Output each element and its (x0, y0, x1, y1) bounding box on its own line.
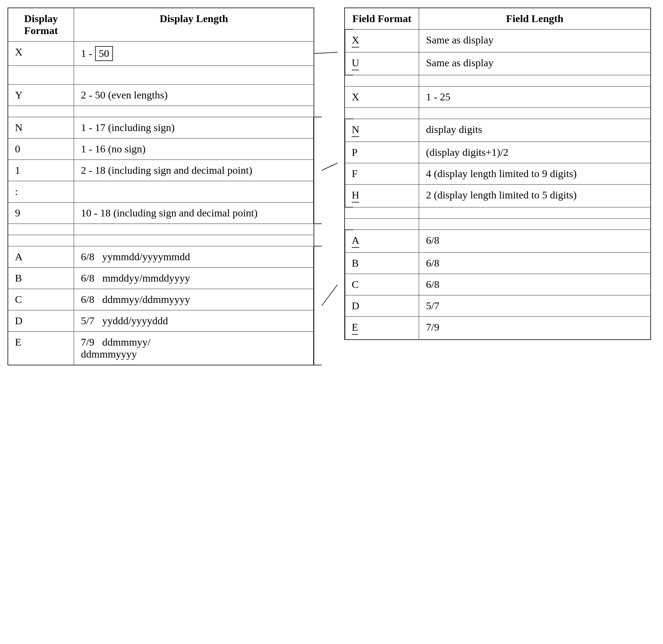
format-cell: X (345, 86, 419, 108)
length-cell: 7/9 (419, 317, 651, 340)
length-cell: display digits (419, 119, 651, 142)
table-row: C 6/8 ddmmyy/ddmmyyyy (8, 289, 314, 310)
length-cell: 6/8 (419, 274, 651, 295)
table-row: H 2 (display length limited to 5 digits) (345, 185, 651, 207)
spacer-row (345, 75, 651, 86)
spacer-row (8, 66, 314, 75)
table-row: B 6/8 (345, 253, 651, 274)
header-display-format-text: Display Format (24, 13, 58, 36)
format-cell: N (345, 119, 419, 142)
format-value: A (352, 234, 359, 248)
table-row: 0 1 - 16 (no sign) (8, 139, 314, 160)
length-cell: 5/7 (419, 295, 651, 317)
table-row: U Same as display (345, 52, 651, 75)
table-row: A 6/8 (345, 230, 651, 253)
spacer-row (8, 75, 314, 85)
col-header-field-length: Field Length (419, 8, 651, 30)
table-row: D 5/7 (345, 295, 651, 317)
length-cell: 6/8 (419, 230, 651, 253)
length-cell: 6/8 ddmmyy/ddmmyyyy (74, 289, 314, 310)
table-row: 1 2 - 18 (including sign and decimal poi… (8, 160, 314, 181)
length-cell: 4 (display length limited to 9 digits) (419, 163, 651, 185)
table-row: 9 10 - 18 (including sign and decimal po… (8, 203, 314, 224)
format-cell: X (345, 30, 419, 52)
table-row: : (8, 181, 314, 203)
format-value: N (352, 124, 359, 137)
table-row: E 7/9 ddmmmyy/ddmmmyyyy (8, 332, 314, 365)
format-value: U (352, 57, 359, 70)
main-container: Display Format Display Length X 1 - 50 (7, 7, 656, 365)
length-cell: 1 - 16 (no sign) (74, 139, 314, 160)
table-row: C 6/8 (345, 274, 651, 295)
display-format-table: Display Format Display Length X 1 - 50 (7, 7, 314, 365)
format-cell: C (345, 274, 419, 295)
header-field-length-text: Field Length (506, 13, 563, 24)
length-cell: 2 - 18 (including sign and decimal point… (74, 160, 314, 181)
spacer-row (345, 219, 651, 230)
spacer-row (8, 224, 314, 235)
table-row: Y 2 - 50 (even lengths) (8, 85, 314, 106)
format-cell: B (8, 268, 74, 289)
length-input[interactable]: 50 (95, 46, 113, 61)
spacer-row (8, 235, 314, 246)
table-row: D 5/7 yyddd/yyyyddd (8, 310, 314, 332)
header-field-format-text: Field Format (352, 13, 412, 24)
length-cell (74, 181, 314, 203)
length-cell: 5/7 yyddd/yyyyddd (74, 310, 314, 332)
format-cell: 9 (8, 203, 74, 224)
right-table-wrapper: Field Format Field Length X Same as disp… (344, 7, 651, 365)
field-format-table: Field Format Field Length X Same as disp… (344, 7, 651, 340)
table-row: X 1 - 25 (345, 86, 651, 108)
format-cell: 0 (8, 139, 74, 160)
spacer-row (345, 207, 651, 219)
length-cell: 1 - 50 (74, 42, 314, 66)
header-display-length-text: Display Length (160, 13, 228, 24)
left-table-wrapper: Display Format Display Length X 1 - 50 (7, 7, 314, 365)
table-row: A 6/8 yymmdd/yyyymmdd (8, 246, 314, 268)
spacer-row (345, 108, 651, 119)
length-cell: 2 (display length limited to 5 digits) (419, 185, 651, 207)
format-cell: E (8, 332, 74, 365)
format-cell: N (8, 117, 74, 139)
spacer-row (8, 106, 314, 117)
table-row: F 4 (display length limited to 9 digits) (345, 163, 651, 185)
length-cell: 6/8 yymmdd/yyyymmdd (74, 246, 314, 268)
format-cell: H (345, 185, 419, 207)
format-cell: C (8, 289, 74, 310)
col-header-display-format: Display Format (8, 8, 74, 42)
table-row: N display digits (345, 119, 651, 142)
length-cell: 7/9 ddmmmyy/ddmmmyyyy (74, 332, 314, 365)
format-cell: B (345, 253, 419, 274)
length-cell: 2 - 50 (even lengths) (74, 85, 314, 106)
length-cell: (display digits+1)/2 (419, 142, 651, 163)
format-cell: Y (8, 85, 74, 106)
length-cell: 6/8 (419, 253, 651, 274)
format-value: X (352, 34, 359, 48)
format-cell: : (8, 181, 74, 203)
table-row: B 6/8 mmddyy/mmddyyyy (8, 268, 314, 289)
col-header-field-format: Field Format (345, 8, 419, 30)
table-row: E 7/9 (345, 317, 651, 340)
length-cell: 10 - 18 (including sign and decimal poin… (74, 203, 314, 224)
table-row: P (display digits+1)/2 (345, 142, 651, 163)
col-header-display-length: Display Length (74, 8, 314, 42)
length-cell: 1 - 25 (419, 86, 651, 108)
format-value: E (352, 321, 358, 335)
format-cell: 1 (8, 160, 74, 181)
format-cell: U (345, 52, 419, 75)
length-cell: Same as display (419, 30, 651, 52)
table-row: X 1 - 50 (8, 42, 314, 66)
format-cell: A (345, 230, 419, 253)
table-row: N 1 - 17 (including sign) (8, 117, 314, 139)
length-cell: 6/8 mmddyy/mmddyyyy (74, 268, 314, 289)
format-cell: D (8, 310, 74, 332)
format-cell: A (8, 246, 74, 268)
format-cell: P (345, 142, 419, 163)
table-row: X Same as display (345, 30, 651, 52)
format-cell: E (345, 317, 419, 340)
length-cell: Same as display (419, 52, 651, 75)
format-value: H (352, 189, 359, 203)
format-cell: F (345, 163, 419, 185)
format-cell: D (345, 295, 419, 317)
length-cell: 1 - 17 (including sign) (74, 117, 314, 139)
